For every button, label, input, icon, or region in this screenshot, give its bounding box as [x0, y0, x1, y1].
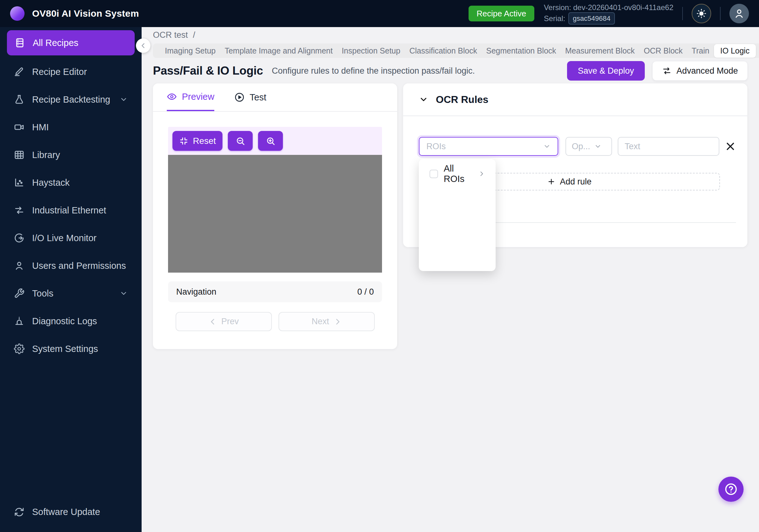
- sidebar-item-label: HMI: [32, 122, 49, 133]
- sidebar-item-industrial-ethernet[interactable]: Industrial Ethernet: [0, 196, 141, 224]
- zoom-in-icon: [266, 136, 275, 146]
- flask-icon: [14, 94, 24, 105]
- all-rois-label: All ROIs: [444, 163, 473, 184]
- user-icon: [14, 260, 24, 271]
- sidebar-item-io-live-monitor[interactable]: I/O Live Monitor: [0, 224, 141, 252]
- tab-io-logic[interactable]: IO Logic: [714, 44, 756, 58]
- grid-icon: [14, 149, 24, 160]
- serial-value: gsac549684: [568, 12, 615, 24]
- rois-select[interactable]: ROIs: [419, 137, 558, 156]
- app-title: OV80i AI Vision System: [32, 8, 139, 19]
- wrench-icon: [14, 288, 24, 299]
- sidebar-collapse-button[interactable]: [136, 38, 150, 53]
- sidebar-item-label: Users and Permissions: [32, 261, 126, 271]
- sidebar-item-recipe-editor[interactable]: Recipe Editor: [0, 58, 141, 86]
- block-tab-bar: Imaging Setup Template Image and Alignme…: [153, 43, 759, 58]
- operator-select[interactable]: Op...: [566, 137, 612, 156]
- tab-preview[interactable]: Preview: [167, 83, 214, 111]
- tab-template-image-alignment[interactable]: Template Image and Alignment: [220, 44, 337, 58]
- eye-icon: [167, 92, 177, 102]
- question-circle-icon: [724, 482, 738, 496]
- chevron-down-icon[interactable]: [419, 95, 428, 104]
- prev-label: Prev: [221, 317, 239, 326]
- rois-placeholder: ROIs: [426, 142, 446, 151]
- serial-label: Serial:: [544, 14, 565, 23]
- tab-classification-block[interactable]: Classification Block: [405, 44, 481, 58]
- navigation-label: Navigation: [176, 287, 217, 297]
- sidebar-item-tools[interactable]: Tools: [0, 279, 141, 307]
- all-rois-checkbox[interactable]: [429, 170, 438, 178]
- advanced-mode-label: Advanced Mode: [677, 66, 738, 76]
- recipes-icon: [15, 37, 25, 48]
- chevron-right-icon: [334, 318, 342, 326]
- chevron-down-icon: [594, 143, 602, 150]
- sidebar-item-label: Library: [32, 150, 60, 160]
- preview-card: Preview Test Reset: [153, 83, 397, 349]
- ocr-rules-title: OCR Rules: [436, 94, 488, 105]
- zoom-out-icon: [236, 136, 245, 146]
- breadcrumb-separator: /: [193, 30, 195, 40]
- tab-imaging-setup[interactable]: Imaging Setup: [160, 44, 220, 58]
- user-avatar-button[interactable]: [730, 4, 749, 23]
- tab-train[interactable]: Train: [687, 44, 714, 58]
- sidebar-item-label: Recipe Backtesting: [32, 95, 110, 105]
- sidebar-item-label: All Recipes: [33, 38, 78, 48]
- sidebar-item-system-settings[interactable]: System Settings: [0, 335, 141, 363]
- sidebar-item-label: Haystack: [32, 178, 69, 188]
- navigation-counter: 0 / 0: [357, 287, 374, 297]
- rule-text-input[interactable]: [618, 137, 719, 156]
- sidebar-item-library[interactable]: Library: [0, 141, 141, 169]
- tab-measurement-block[interactable]: Measurement Block: [561, 44, 639, 58]
- version-info: Version: dev-20260401-ov80i-411ae62 Seri…: [544, 3, 673, 24]
- zoom-in-button[interactable]: [258, 131, 283, 151]
- sidebar-item-recipe-backtesting[interactable]: Recipe Backtesting: [0, 86, 141, 113]
- sidebar-item-all-recipes[interactable]: All Recipes: [7, 30, 135, 56]
- sidebar-item-haystack[interactable]: Haystack: [0, 169, 141, 196]
- chevron-down-icon: [543, 143, 551, 150]
- save-deploy-button[interactable]: Save & Deploy: [567, 61, 645, 81]
- zoom-out-button[interactable]: [228, 131, 253, 151]
- sidebar-item-diagnostic-logs[interactable]: Diagnostic Logs: [0, 307, 141, 335]
- chevron-left-icon: [209, 318, 217, 326]
- add-rule-label: Add rule: [560, 177, 592, 187]
- rule-row: ROIs Op...: [419, 137, 736, 156]
- rois-dropdown-panel: All ROIs: [419, 159, 496, 271]
- circular-arrow-icon: [14, 233, 24, 243]
- reset-view-button[interactable]: Reset: [173, 131, 222, 151]
- ocr-rules-header: OCR Rules: [403, 83, 747, 116]
- operator-placeholder: Op...: [572, 142, 590, 151]
- app-logo-icon: [10, 6, 24, 21]
- plus-icon: [547, 178, 555, 186]
- next-label: Next: [311, 317, 329, 326]
- next-button[interactable]: Next: [278, 312, 375, 331]
- navigation-bar: Navigation 0 / 0: [168, 281, 382, 302]
- help-button[interactable]: [718, 476, 743, 502]
- theme-toggle-button[interactable]: [692, 4, 711, 23]
- pencil-icon: [14, 66, 24, 77]
- sidebar-item-software-update[interactable]: Software Update: [0, 498, 141, 526]
- page-title: Pass/Fail & IO Logic: [153, 64, 263, 77]
- chevron-right-icon: [478, 170, 485, 178]
- tab-segmentation-block[interactable]: Segmentation Block: [482, 44, 560, 58]
- scatter-chart-icon: [14, 177, 24, 188]
- sidebar-item-hmi[interactable]: HMI: [0, 113, 141, 141]
- prev-button[interactable]: Prev: [176, 312, 272, 331]
- chevron-down-icon: [120, 95, 128, 103]
- breadcrumb-recipe-name[interactable]: OCR test: [153, 30, 188, 40]
- swap-arrows-icon: [14, 205, 24, 216]
- advanced-mode-button[interactable]: Advanced Mode: [652, 61, 748, 81]
- header-divider: [682, 7, 683, 20]
- version-text: Version: dev-20260401-ov80i-411ae62: [544, 3, 673, 12]
- sidebar-item-label: Recipe Editor: [32, 67, 87, 77]
- tab-inspection-setup[interactable]: Inspection Setup: [337, 44, 405, 58]
- tab-ocr-block[interactable]: OCR Block: [639, 44, 687, 58]
- reset-label: Reset: [193, 136, 216, 146]
- tab-preview-label: Preview: [182, 92, 214, 102]
- tab-test-label: Test: [250, 92, 266, 102]
- sidebar-item-users-permissions[interactable]: Users and Permissions: [0, 252, 141, 279]
- dropdown-option-all-rois[interactable]: All ROIs: [419, 165, 496, 182]
- preview-image-canvas[interactable]: [168, 155, 382, 272]
- chevron-down-icon: [120, 289, 128, 298]
- tab-test[interactable]: Test: [234, 83, 266, 111]
- delete-rule-button[interactable]: [725, 141, 736, 152]
